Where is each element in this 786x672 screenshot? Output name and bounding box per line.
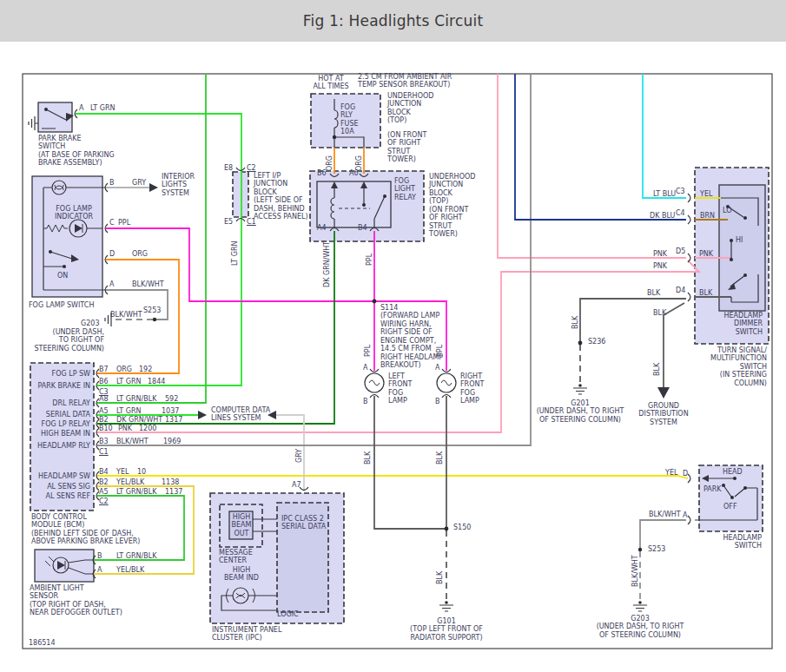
- ipc-logic-box: [277, 503, 328, 612]
- wire-blk-wht-fog-sw: [106, 290, 168, 320]
- g201-dot: [578, 384, 582, 387]
- dimmer-lo-contact-dot: [743, 216, 747, 220]
- hls-park-dot: [722, 484, 725, 487]
- wire-gry-ipc-data: [276, 415, 304, 491]
- dimmer-hi-dot-bottom: [730, 258, 733, 261]
- title-bar: Fig 1: Headlights Circuit: [0, 0, 786, 42]
- relay-lever-dot: [383, 194, 386, 198]
- left-ip-junction-block-box: [233, 172, 248, 217]
- left-fog-lamp-filament: [369, 380, 380, 385]
- g203b-ground-icon: [633, 605, 647, 611]
- connector-fog-lamps: [370, 369, 451, 398]
- hls-head-dot: [733, 477, 736, 480]
- ground-distribution-arrow: [657, 387, 670, 399]
- s236-splice-dot: [578, 341, 583, 346]
- wire-blk-wht-headlamp-sw: [640, 520, 686, 550]
- g201-ground-icon: [573, 388, 587, 394]
- hls-right-dot: [743, 486, 747, 490]
- wire-ppl-main: [106, 228, 446, 371]
- wires: [76, 74, 731, 603]
- wire-blk-ground-dist: [664, 303, 684, 387]
- fuse-branch-dot: [333, 135, 336, 139]
- connector-fog-switch: [105, 183, 108, 294]
- dimmer-hi-dot-top: [730, 239, 733, 242]
- underhood-jb-fuse-box: [311, 94, 380, 148]
- s114-splice-dot: [373, 300, 377, 304]
- s253b-splice-dot: [638, 548, 642, 551]
- diagram-border: [23, 74, 772, 649]
- s253a-splice-dot: [153, 318, 156, 321]
- wiring-diagram: [0, 0, 786, 672]
- component-boxes: [30, 94, 769, 623]
- g203b-dot: [638, 601, 642, 604]
- s150-splice-dot: [445, 527, 449, 531]
- wire-blk-d4-s236: [580, 299, 686, 341]
- computer-data-arrow-right: [198, 411, 207, 419]
- computer-data-arrow-left: [268, 411, 276, 419]
- connector-bcm: [96, 369, 99, 500]
- relay-contact-dot: [362, 203, 366, 207]
- g101-dot: [445, 601, 448, 604]
- bcm-box: [30, 363, 94, 511]
- page-title: Fig 1: Headlights Circuit: [303, 12, 484, 30]
- hls-off-dot: [730, 496, 734, 499]
- wire-blk-lamp-left: [374, 396, 446, 529]
- wire-lt-blu: [643, 74, 686, 198]
- park-brake-ground-icon: [29, 116, 38, 130]
- interior-lights-arrow: [149, 183, 158, 192]
- wire-org-fog-lp-sw: [97, 260, 179, 373]
- right-fog-lamp-filament: [441, 380, 452, 385]
- fog-switch-on-dot: [63, 265, 66, 268]
- g203a-ground-icon: [105, 313, 111, 326]
- wire-pnk-high-beam-in: [97, 260, 699, 432]
- wire-pnk-top: [498, 74, 686, 258]
- connector-right-switches: [688, 194, 690, 524]
- wire-lt-grn-blk-al-sens-ref: [94, 496, 184, 560]
- fog-lamp-switch-box: [32, 176, 102, 297]
- high-beam-out-box: [229, 511, 253, 539]
- wire-yel-headlamp-sw: [97, 476, 688, 478]
- diagram-stage: ALT GRNPARK BRAKE SWITCH (AT BASE OF PAR…: [0, 0, 786, 672]
- g101-ground-icon: [439, 605, 453, 611]
